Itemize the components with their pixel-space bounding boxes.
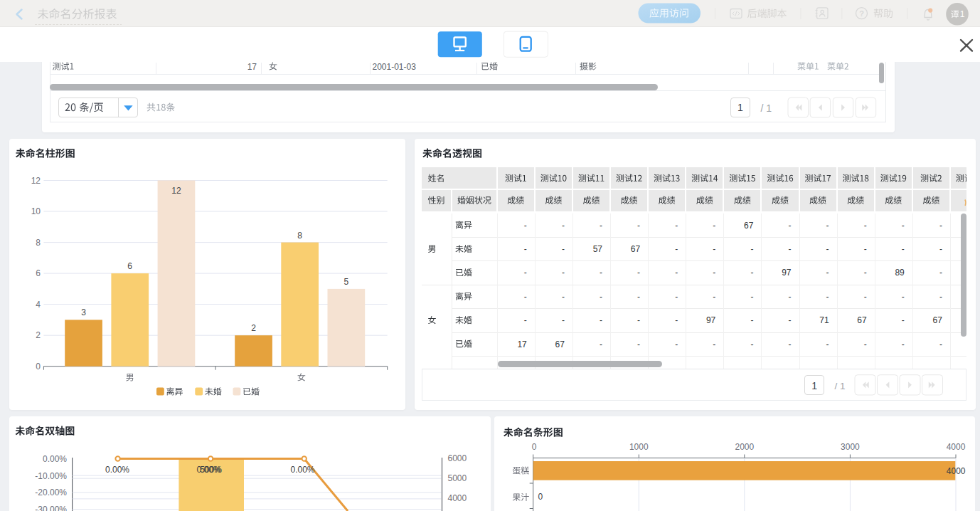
svg-text:1: 1 (960, 9, 965, 19)
svg-text:?: ? (859, 9, 864, 18)
